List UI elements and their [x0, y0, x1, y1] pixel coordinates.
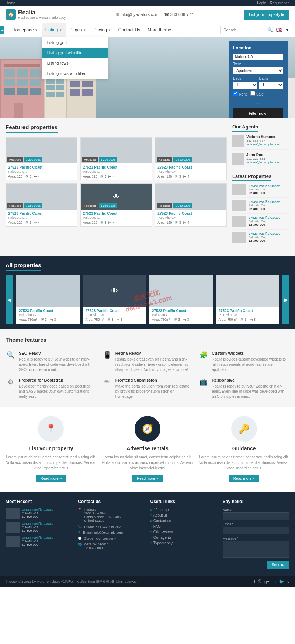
googleplus-icon[interactable]: g+ — [264, 579, 270, 584]
feature-item: ⚙ Prepared for Bootstrap Developer frien… — [6, 378, 97, 399]
property-title[interactable]: 27523 Pacific Coast — [83, 165, 150, 170]
latest-property-location: Palo Alto CA — [249, 188, 280, 191]
dropdown-listing-grid-filter[interactable]: Listing grid with filter — [42, 48, 108, 58]
nav-pages[interactable]: Pages ▼ — [66, 23, 90, 37]
footer-property[interactable]: 27523 Pacific Coast Palo Alto CA €2 300 … — [6, 536, 72, 547]
useful-link-grid[interactable]: Grid system — [150, 530, 217, 534]
filter-baths-select[interactable]: 123 — [259, 82, 284, 89]
nav-more-theme[interactable]: More theme — [144, 23, 175, 37]
retina-icon: 📱 — [102, 351, 112, 361]
filter-baths-label: Baths — [259, 76, 284, 80]
useful-link-agents[interactable]: Our agents — [150, 535, 217, 540]
property-title[interactable]: 27523 Pacific Coast — [8, 211, 75, 216]
carousel-card[interactable]: 27523 Pacific Coast Palo Alto CA Area: 7… — [216, 275, 280, 324]
nav-listing[interactable]: Listing ▼ Listing grid Listing grid with… — [42, 23, 66, 37]
property-image: Reduced 1 250 000€ — [155, 138, 226, 163]
latest-property[interactable]: 27523 Pacific Coast Palo Alto CA €2 300 … — [232, 216, 289, 230]
useful-link-404[interactable]: 404 page — [150, 508, 217, 512]
property-title[interactable]: 27523 Pacific Coast — [157, 211, 224, 216]
reduced-badge: Reduced — [82, 203, 98, 208]
price-badge: 1 250 000€ — [99, 157, 117, 162]
footer-property-price: €2 300 000 — [22, 543, 53, 547]
dropdown-listing-grid[interactable]: Listing grid — [42, 37, 108, 48]
dropdown-listing-rows-filter[interactable]: Listing rows with filter — [42, 68, 108, 79]
login-link[interactable]: Login — [257, 1, 266, 5]
contact-send-button[interactable]: Send ▶ — [267, 561, 289, 569]
footer-sayhello-title: Say hello! — [223, 499, 289, 504]
property-card[interactable]: 👁 Reduced 1 250 000€ 27523 Pacific Coast… — [80, 183, 152, 227]
home-link[interactable]: Home — [6, 1, 15, 5]
useful-link-faq[interactable]: FAQ — [150, 524, 217, 528]
eye-icon: 👁 — [111, 287, 118, 295]
latest-property[interactable]: 27523 Pacific Coast Palo Alto CA €2 300 … — [232, 232, 289, 245]
nav-homepage[interactable]: Homepage ▼ — [8, 23, 42, 37]
registration-link[interactable]: Registration — [270, 1, 289, 5]
property-location: Palo Alto CA — [8, 216, 75, 220]
property-title[interactable]: 27523 Pacific Coast — [83, 211, 150, 216]
property-card[interactable]: Reduced 1 250 000€ 27523 Pacific Coast P… — [155, 137, 227, 180]
chevron-down-icon[interactable]: ▼ — [285, 27, 289, 32]
useful-link-about[interactable]: About us — [150, 513, 217, 517]
latest-property[interactable]: 27523 Pacific Coast Palo Alto CA €2 300 … — [232, 200, 289, 214]
property-card[interactable]: Reduced 1 250 000€ 27523 Pacific Coast P… — [6, 137, 77, 180]
carousel-property-details: Area: 750m² 🚿 3 🛏 3 — [152, 318, 210, 321]
carousel-prev-button[interactable]: ◀ — [6, 275, 13, 324]
latest-property-price: €2 300 000 — [249, 207, 280, 211]
cta-read-more-button[interactable]: Read more » — [132, 475, 163, 482]
filter-location-input[interactable] — [233, 54, 283, 60]
footer-property[interactable]: 27523 Pacific Coast Palo Alto CA €2 300 … — [6, 522, 72, 533]
property-grid: Reduced 1 250 000€ 27523 Pacific Coast P… — [6, 137, 227, 227]
dropdown-listing-rows[interactable]: Listing rows — [42, 58, 108, 68]
nav-pricing[interactable]: Pricing ▼ — [90, 23, 115, 37]
contact-name-input[interactable] — [223, 512, 289, 520]
nav-slide-button[interactable]: ◀ — [0, 26, 4, 34]
latest-property[interactable]: 27523 Pacific Coast Palo Alto CA €2 300 … — [232, 184, 289, 198]
search-icon[interactable]: 🔍 — [267, 27, 273, 32]
property-card[interactable]: Reduced 1 250 000€ 27523 Pacific Coast P… — [155, 183, 227, 227]
twitter-icon[interactable]: © — [258, 579, 261, 584]
agent-name: Victoria Summer — [246, 135, 280, 139]
useful-link-contact[interactable]: Contact us — [150, 519, 217, 523]
gps-icon: 🌐 — [78, 543, 82, 546]
footer-contact: Contact us 📍 Address: 1900 Pico BlvdSant… — [78, 499, 145, 569]
agents-title: Our Agents — [232, 124, 258, 132]
cta-read-more-button[interactable]: Read more » — [36, 475, 66, 482]
useful-link-typography[interactable]: Typography — [150, 541, 217, 545]
feature-title: Responsive — [212, 378, 289, 382]
carousel-card[interactable]: 👁 27523 Pacific Coast Palo Alto CA Area:… — [83, 275, 146, 324]
linkedin-icon[interactable]: in — [273, 579, 276, 584]
property-title[interactable]: 27523 Pacific Coast — [8, 165, 75, 170]
flag-icon[interactable]: 🇬🇧 — [276, 27, 282, 33]
contact-skype-row: 💬 Skype: your.company — [78, 537, 145, 540]
agent-email[interactable]: victoria@example.com — [246, 161, 280, 164]
vimeo-icon[interactable]: v — [287, 579, 289, 584]
filter-rent-checkbox[interactable] — [233, 91, 238, 96]
facebook-icon[interactable]: f — [254, 579, 255, 584]
carousel-card[interactable]: 27523 Pacific Coast Palo Alto CA Area: 7… — [16, 275, 80, 324]
search-input[interactable] — [220, 26, 264, 34]
list-property-button[interactable]: List your property ▶ — [244, 10, 289, 20]
footer-property[interactable]: 27523 Pacific Coast Palo Alto CA €2 300 … — [6, 508, 72, 519]
phone-icon: 📞 — [78, 525, 82, 528]
social-icons: f © g+ in 🐦 v — [254, 579, 289, 584]
filter-beds-select[interactable]: 123 — [233, 82, 257, 89]
nav-contact[interactable]: Contact Us — [115, 23, 144, 37]
property-card[interactable]: Reduced 1 250 000€ 27523 Pacific Coast P… — [6, 183, 77, 227]
logo-subtitle: Real estate & Rental made easy — [18, 16, 66, 20]
filter-now-button[interactable]: Filter now! — [233, 108, 283, 118]
footer-property-image — [6, 536, 20, 547]
property-card[interactable]: Reduced 1 250 000€ 27523 Pacific Coast P… — [80, 137, 152, 180]
agent-email[interactable]: victoria@example.com — [246, 142, 280, 146]
filter-sale-checkbox[interactable] — [250, 91, 255, 96]
contact-message-input[interactable] — [223, 541, 289, 558]
contact-email-input[interactable] — [223, 527, 289, 534]
filter-type-select[interactable]: Apartment — [233, 67, 283, 74]
twitter2-icon[interactable]: 🐦 — [279, 579, 284, 584]
carousel-card[interactable]: 27523 Pacific Coast Palo Alto CA Area: 7… — [149, 275, 213, 324]
cta-read-more-button[interactable]: Read more » — [229, 475, 259, 482]
carousel-next-button[interactable]: ▶ — [282, 275, 289, 324]
useful-links-list: 404 page About us Contact us FAQ Grid sy… — [150, 508, 217, 545]
property-title[interactable]: 27523 Pacific Coast — [157, 165, 224, 170]
feature-item: 🔍 SEO Ready Realia is ready to put your … — [6, 351, 97, 372]
navigation: ◀ Homepage ▼ Listing ▼ Listing grid List… — [0, 23, 295, 37]
